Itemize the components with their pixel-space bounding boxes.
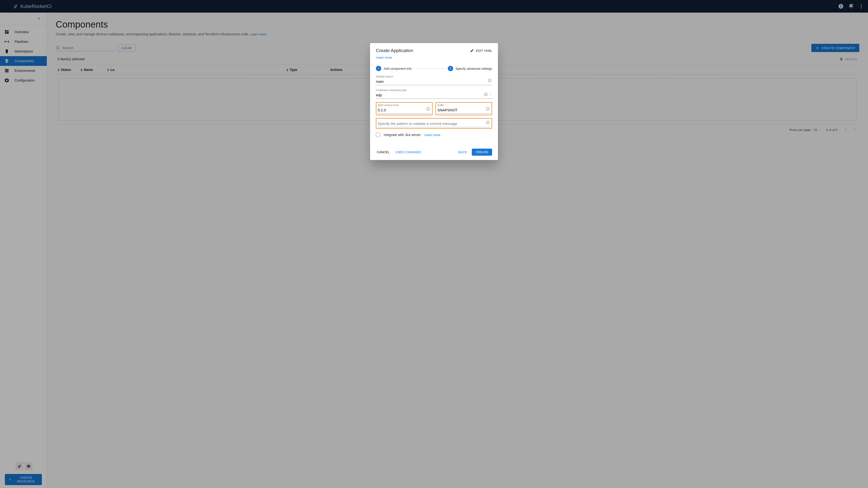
jira-label: Integrate with Jira server [383,133,421,137]
versioning-select[interactable] [376,92,492,99]
step-1[interactable]: Add component info [376,66,412,71]
info-icon[interactable] [488,78,492,83]
info-icon[interactable] [484,93,488,97]
dialog-learn-more-link[interactable]: Learn more. [376,56,393,59]
jira-learn-more-link[interactable]: Learn more. [424,133,441,137]
info-icon[interactable] [426,107,430,112]
info-icon[interactable] [486,121,490,125]
suffix-label: Suffix [437,104,490,106]
dialog-title: Create Application [376,48,413,53]
default-branch-label: Default branch [376,75,492,78]
start-version-input[interactable] [378,107,431,114]
check-icon [376,66,381,71]
default-branch-input[interactable] [376,78,492,85]
undo-button[interactable]: UNDO CHANGES [395,149,422,155]
back-button[interactable]: BACK [458,149,468,155]
cancel-button[interactable]: CANCEL [376,149,391,155]
jira-checkbox[interactable] [376,133,380,137]
commit-pattern-input[interactable] [378,121,490,127]
step-2[interactable]: 2 Specify advanced settings [448,66,492,71]
versioning-label: Codebase versioning type [376,89,492,92]
start-version-label: Start version from [378,104,431,106]
pencil-icon [470,48,474,53]
info-icon[interactable] [486,107,490,112]
edit-yaml-button[interactable]: EDIT YAML [470,48,492,53]
modal-overlay: Create Application EDIT YAML Learn more.… [0,0,868,488]
create-application-dialog: Create Application EDIT YAML Learn more.… [370,43,498,160]
create-button[interactable]: CREATE [472,149,492,156]
chevron-down-icon[interactable] [489,93,492,97]
suffix-input[interactable] [437,107,490,114]
